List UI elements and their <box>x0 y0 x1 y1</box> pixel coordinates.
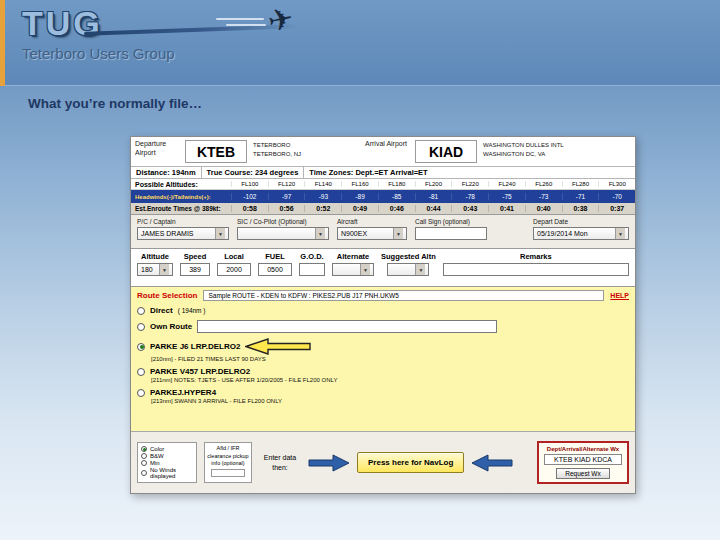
radio-icon[interactable] <box>137 343 145 351</box>
display-option-no-winds[interactable]: No Winds displayed <box>141 467 193 479</box>
radio-icon[interactable] <box>137 307 145 315</box>
captain-label: P/C / Captain <box>137 218 229 225</box>
chevron-down-icon[interactable]: ▼ <box>159 264 169 275</box>
display-option-label: Min <box>150 460 160 466</box>
route-option-parkej-hyper4[interactable]: PARKEJ.HYPER4 <box>137 388 629 397</box>
chevron-down-icon[interactable]: ▼ <box>393 228 403 239</box>
own-route-input[interactable] <box>197 320 497 333</box>
help-link[interactable]: HELP <box>610 292 629 299</box>
wind-cell: -97 <box>268 193 305 200</box>
distance-row: Distance: 194nm True Course: 234 degrees… <box>131 167 635 179</box>
altitude-cell: FL120 <box>268 181 305 187</box>
enroute-time-cell: 0:38 <box>562 205 599 212</box>
winds-label: Headwinds(-)/Tailwinds(+): <box>131 194 231 200</box>
altitude-cell: FL160 <box>341 181 378 187</box>
aircraft-select[interactable]: N900EX ▼ <box>337 227 407 240</box>
arrival-city-line2: WASHINGTON DC, VA <box>483 150 633 159</box>
display-option-min[interactable]: Min <box>141 460 193 466</box>
ifr-clearance-input[interactable] <box>211 469 245 477</box>
altitude-cells: FL100FL120FL140FL160FL180FL200FL220FL240… <box>231 181 635 187</box>
wind-cell: -71 <box>562 193 599 200</box>
weather-request-box: Dept/Arrival/Alternate Wx Request Wx <box>537 441 629 484</box>
logo-name: Teterboro Users Group <box>22 45 175 62</box>
suggested-altn-col: Suggested Altn ▼ <box>381 252 436 283</box>
route-option-label: Direct <box>150 306 173 315</box>
display-options-box: Color B&W Min No Winds displayed <box>137 442 197 483</box>
captain-select[interactable]: JAMES DRAMIS ▼ <box>137 227 229 240</box>
navlog-button[interactable]: Press here for NavLog <box>357 452 464 473</box>
callsign-label: Call Sign (optional) <box>415 218 487 225</box>
time-zones-value: Time Zones: Dept.=ET Arrival=ET <box>304 167 635 178</box>
route-option-distance: ( 194nm ) <box>178 307 206 314</box>
god-header: G.O.D. <box>300 252 323 261</box>
chevron-down-icon[interactable]: ▼ <box>360 264 370 275</box>
chevron-down-icon[interactable]: ▼ <box>215 228 225 239</box>
radio-icon[interactable] <box>137 389 145 397</box>
route-option-parke-j6[interactable]: PARKE J6 LRP.DELRO2 <box>137 338 629 355</box>
captain-value: JAMES DRAMIS <box>141 230 194 237</box>
local-time-input[interactable] <box>217 263 251 276</box>
depart-date-select[interactable]: 05/19/2014 Mon ▼ <box>533 227 629 240</box>
altitude-select[interactable]: 180 ▼ <box>137 263 173 276</box>
wind-cell: -89 <box>341 193 378 200</box>
radio-icon[interactable] <box>141 453 147 459</box>
route-header: Route Selection Sample ROUTE - KDEN to K… <box>137 290 629 301</box>
enroute-time-cell: 0:37 <box>598 205 635 212</box>
altitude-value: 180 <box>141 266 153 273</box>
altitude-cell: FL180 <box>378 181 415 187</box>
request-wx-button[interactable]: Request Wx <box>556 468 609 479</box>
enter-data-text: Enter data then: <box>259 453 301 473</box>
speed-input[interactable] <box>180 263 210 276</box>
suggested-altn-select[interactable]: ▼ <box>387 263 429 276</box>
altitude-cell: FL140 <box>304 181 341 187</box>
chevron-down-icon[interactable]: ▼ <box>315 228 325 239</box>
radio-icon[interactable] <box>137 323 145 331</box>
aircraft-field: Aircraft N900EX ▼ <box>337 218 407 245</box>
local-header: Local <box>224 252 244 261</box>
route-option-parke-v457[interactable]: PARKE V457 LRP.DELRO2 <box>137 367 629 376</box>
route-option-label: PARKE J6 LRP.DELRO2 <box>150 342 240 351</box>
god-input[interactable] <box>299 263 325 276</box>
speed-header: Speed <box>184 252 207 261</box>
altitude-col: Altitude 180 ▼ <box>137 252 173 283</box>
radio-icon[interactable] <box>141 446 147 452</box>
display-option-bw[interactable]: B&W <box>141 453 193 459</box>
enroute-time-cell: 0:41 <box>488 205 525 212</box>
wind-cell: -73 <box>525 193 562 200</box>
wind-cell: -85 <box>378 193 415 200</box>
display-option-label: No Winds displayed <box>150 467 193 479</box>
weather-stations-input[interactable] <box>544 454 622 465</box>
aircraft-label: Aircraft <box>337 218 407 225</box>
route-option-own-route[interactable]: Own Route <box>137 320 629 333</box>
remarks-input[interactable] <box>443 263 629 276</box>
fuel-col: FUEL <box>258 252 292 283</box>
alternate-col: Alternate ▼ <box>332 252 374 283</box>
fuel-input[interactable] <box>258 263 292 276</box>
depart-date-label: Depart Date <box>533 218 629 225</box>
radio-icon[interactable] <box>137 368 145 376</box>
alternate-select[interactable]: ▼ <box>332 263 374 276</box>
airplane-icon: ✈ <box>265 0 297 39</box>
route-selection-title: Route Selection <box>137 291 197 300</box>
sic-label: SIC / Co-Pilot (Optional) <box>237 218 329 225</box>
altitude-cell: FL220 <box>451 181 488 187</box>
radio-icon[interactable] <box>141 470 147 476</box>
display-option-color[interactable]: Color <box>141 446 193 452</box>
altitude-cell: FL200 <box>415 181 452 187</box>
route-option-label: Own Route <box>150 322 192 331</box>
remarks-col: Remarks <box>443 252 629 283</box>
radio-icon[interactable] <box>141 460 147 466</box>
sic-select[interactable]: ▼ <box>237 227 329 240</box>
enroute-time-cell: 0:58 <box>231 205 268 212</box>
chevron-down-icon[interactable]: ▼ <box>415 264 425 275</box>
route-option-note: [213nm] SWANN 3 ARRIVAL - FILE FL200 ONL… <box>151 398 629 404</box>
display-option-label: B&W <box>150 453 164 459</box>
arrival-airport-code: KIAD <box>415 140 477 163</box>
departure-airport-code: KTEB <box>185 140 247 163</box>
wind-cell: -81 <box>415 193 452 200</box>
true-course-value: True Course: 234 degrees <box>202 167 305 178</box>
chevron-down-icon[interactable]: ▼ <box>615 228 625 239</box>
callsign-input[interactable] <box>415 227 487 240</box>
arrival-city-line1: WASHINGTON DULLES INTL <box>483 141 633 150</box>
route-option-direct[interactable]: Direct ( 194nm ) <box>137 306 629 315</box>
